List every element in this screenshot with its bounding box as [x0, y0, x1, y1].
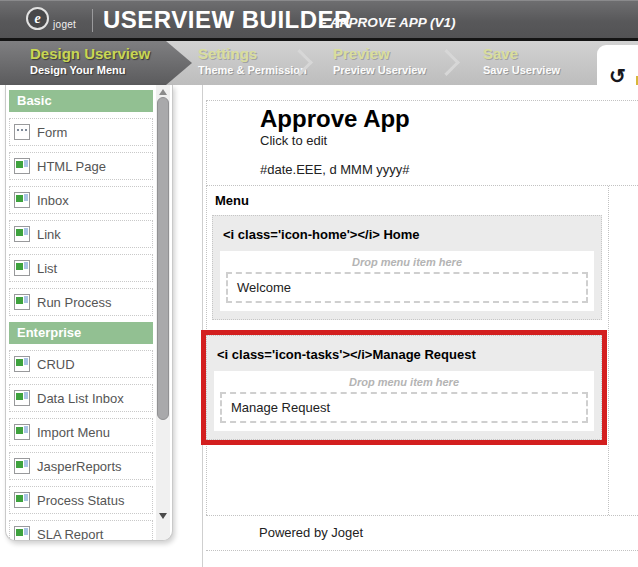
sidebar-item-label: SLA Report — [37, 527, 104, 542]
page-window-icon — [14, 260, 30, 276]
page-window-icon — [14, 424, 30, 440]
category-dropzone: Drop menu item here Manage Request — [214, 371, 594, 431]
palette-section-basic: Basic — [9, 90, 153, 112]
sidebar-item-run-process[interactable]: Run Process — [9, 288, 153, 316]
tab-title: Design Userview — [30, 45, 192, 63]
palette-section-enterprise: Enterprise — [9, 322, 153, 344]
sidebar-item-crud[interactable]: CRUD — [9, 350, 153, 378]
header-divider — [92, 9, 93, 32]
drop-hint: Drop menu item here — [220, 376, 588, 388]
sidebar-item-label: Form — [37, 125, 67, 140]
sidebar-item-jasperreports[interactable]: JasperReports — [9, 452, 153, 480]
app-header: e joget USERVIEW BUILDER - APPROVE APP (… — [0, 0, 638, 38]
page-window-icon — [14, 294, 30, 310]
userview-header-section[interactable]: Approve App Click to edit #date.EEE, d M… — [206, 100, 638, 186]
tab-subtitle: Preview Userview — [333, 63, 426, 77]
sidebar-item-label: Run Process — [37, 295, 111, 310]
sidebar-item-html-page[interactable]: HTML Page — [9, 152, 153, 180]
joget-logo-icon: e — [26, 7, 49, 30]
menu-section: Menu <i class='icon-home'></i> Home Drop… — [206, 186, 609, 515]
tab-save[interactable]: Save Save Userview — [483, 45, 560, 77]
scrollbar-thumb[interactable] — [157, 97, 169, 420]
sidebar-scrollbar[interactable] — [156, 85, 170, 540]
page-window-icon — [14, 158, 30, 174]
sidebar-item-link[interactable]: Link — [9, 220, 153, 248]
page-window-icon — [14, 390, 30, 406]
form-window-icon — [14, 124, 30, 140]
menu-item-manage-request[interactable]: Manage Request — [220, 392, 588, 423]
sidebar-item-label: CRUD — [37, 357, 75, 372]
sidebar-item-label: Inbox — [37, 193, 69, 208]
sidebar-item-inbox[interactable]: Inbox — [9, 186, 153, 214]
chevron-right-icon — [433, 49, 460, 76]
userview-footer-section[interactable]: Powered by Joget — [206, 515, 638, 551]
category-header[interactable]: <i class='icon-tasks'></i>Manage Request — [217, 347, 594, 362]
menu-category-home[interactable]: <i class='icon-home'></i> Home Drop menu… — [212, 215, 602, 320]
tab-preview[interactable]: Preview Preview Userview — [333, 45, 426, 77]
click-to-edit-hint: Click to edit — [260, 133, 638, 148]
scroll-down-icon[interactable] — [159, 513, 167, 519]
sidebar-item-form[interactable]: Form — [9, 118, 153, 146]
refresh-icon[interactable]: ↺ — [609, 65, 626, 87]
tab-design-userview[interactable]: Design Userview Design Your Menu — [0, 41, 192, 85]
tab-subtitle: Save Userview — [483, 63, 560, 77]
tab-subtitle: Design Your Menu — [30, 63, 192, 77]
date-placeholder: #date.EEE, d MMM yyyy# — [260, 162, 638, 177]
page-window-icon — [14, 226, 30, 242]
page-window-icon — [14, 192, 30, 208]
menu-element-palette: Basic Form HTML Page Inbox Link List Run… — [5, 85, 173, 541]
menu-category-manage-request[interactable]: <i class='icon-tasks'></i>Manage Request… — [206, 335, 602, 440]
sidebar-item-import-menu[interactable]: Import Menu — [9, 418, 153, 446]
category-header[interactable]: <i class='icon-home'></i> Home — [223, 227, 594, 242]
builder-title: USERVIEW BUILDER — [103, 6, 352, 34]
tab-title: Save — [483, 45, 560, 63]
sidebar-item-label: Process Status — [37, 493, 124, 508]
sidebar-item-label: Data List Inbox — [37, 391, 124, 406]
highlight-outline: <i class='icon-tasks'></i>Manage Request… — [201, 330, 607, 445]
sidebar-item-label: Import Menu — [37, 425, 110, 440]
tab-title: Preview — [333, 45, 426, 63]
drop-hint: Drop menu item here — [226, 256, 588, 268]
joget-logo-word: joget — [53, 19, 76, 30]
sidebar-item-label: List — [37, 261, 57, 276]
page-window-icon — [14, 356, 30, 372]
page-window-icon — [14, 458, 30, 474]
powered-by-text: Powered by Joget — [259, 525, 638, 540]
page-window-icon — [14, 492, 30, 508]
app-name-version: - APPROVE APP (V1) — [322, 15, 456, 30]
menu-item-welcome[interactable]: Welcome — [226, 272, 588, 303]
sidebar-item-label: HTML Page — [37, 159, 106, 174]
sidebar-item-label: Link — [37, 227, 61, 242]
userview-title[interactable]: Approve App — [260, 104, 638, 133]
userview-canvas: Approve App Click to edit #date.EEE, d M… — [202, 85, 638, 567]
category-dropzone: Drop menu item here Welcome — [220, 251, 594, 311]
scroll-up-icon[interactable] — [159, 89, 167, 95]
sidebar-item-list[interactable]: List — [9, 254, 153, 282]
menu-section-label: Menu — [215, 193, 608, 208]
tab-bar: Design Userview Design Your Menu Setting… — [0, 41, 638, 85]
sidebar-item-data-list-inbox[interactable]: Data List Inbox — [9, 384, 153, 412]
sidebar-item-label: JasperReports — [37, 459, 122, 474]
sidebar-item-sla-report[interactable]: SLA Report — [9, 520, 153, 541]
page-window-icon — [14, 526, 30, 541]
sidebar-item-process-status[interactable]: Process Status — [9, 486, 153, 514]
